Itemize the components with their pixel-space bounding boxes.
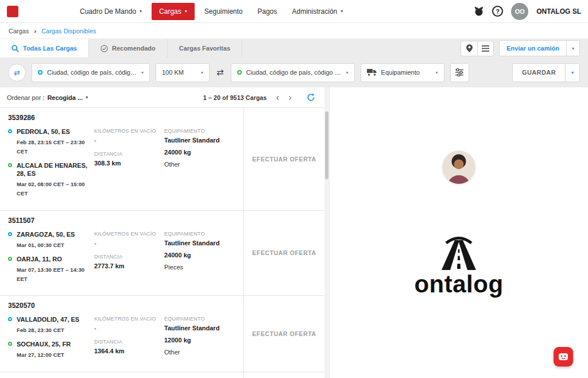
origin-time: Feb 28, 23:15 CET – 23:30 CET xyxy=(17,138,90,156)
list-view-button[interactable] xyxy=(477,41,494,56)
route-column: VALLADOLID, 47, ES Feb 28, 23:30 CET SOC… xyxy=(8,315,94,365)
distance-label: DISTANCIA xyxy=(94,254,164,260)
distance-value: 2773.7 km xyxy=(94,263,164,269)
nav-item-pagos[interactable]: Pagos xyxy=(250,0,285,23)
road-logo-icon xyxy=(429,236,489,270)
origin-time: Mar 01, 00:30 CET xyxy=(17,241,75,250)
equipment-column: EQUIPAMIENTO Tautliner Standard 24000 kg… xyxy=(164,230,243,289)
chat-face-icon xyxy=(558,351,569,362)
radius-filter-select[interactable]: 100 KM ▾ xyxy=(156,63,210,82)
tab-favorites[interactable]: Cargas Favoritas xyxy=(168,39,242,57)
search-icon xyxy=(11,45,19,52)
tab-recommended[interactable]: Recomendado xyxy=(89,39,168,57)
chevron-down-icon: ▾ xyxy=(436,70,438,75)
empty-km-value: - xyxy=(94,325,164,331)
make-offer-button[interactable]: EFECTUAR OFERTA xyxy=(252,156,316,163)
origin-dot-icon xyxy=(38,70,42,75)
chevron-down-icon: ▾ xyxy=(86,95,88,100)
load-id: 3520570 xyxy=(8,302,243,310)
refresh-icon[interactable] xyxy=(307,93,315,102)
distance-value: 308.3 km xyxy=(94,160,164,167)
swap-locations-icon[interactable]: ⇄ xyxy=(215,67,225,78)
send-truck-button[interactable]: Enviar un camión ▾ xyxy=(499,40,580,56)
empty-km-label: KILÓMETROS EN VACÍO xyxy=(94,128,164,134)
chevron-down-icon: ▾ xyxy=(201,70,203,75)
load-card[interactable]: 3520570 VALLADOLID, 47, ES Feb 28, 23:30… xyxy=(0,296,324,372)
nav-item-dashboard[interactable]: Cuadro De Mando ▾ xyxy=(72,0,149,23)
chevron-down-icon: ▾ xyxy=(341,9,343,14)
breadcrumb: Cargas › Cargas Disponibles xyxy=(0,23,588,39)
breadcrumb-root[interactable]: Cargas xyxy=(9,28,29,34)
top-nav: Cuadro De Mando ▾ Cargas ▾ Seguimiento P… xyxy=(72,0,350,22)
account-name[interactable]: ONTALOG SL xyxy=(536,7,581,16)
sort-label: Ordenar por : xyxy=(7,94,44,101)
breadcrumb-separator-icon: › xyxy=(34,28,36,34)
nav-item-seguimiento[interactable]: Seguimiento xyxy=(197,0,250,23)
scrollbar-thumb[interactable] xyxy=(325,111,328,179)
destination-dot-icon xyxy=(8,163,12,167)
make-offer-button[interactable]: EFECTUAR OFERTA xyxy=(252,249,316,256)
chevron-down-icon[interactable]: ▾ xyxy=(566,41,579,56)
load-card[interactable]: 3539286 PEDROLA, 50, ES Feb 28, 23:15 CE… xyxy=(0,108,324,211)
load-id: 3539286 xyxy=(8,114,243,122)
origin-dot-icon xyxy=(8,232,12,236)
next-page-icon[interactable]: › xyxy=(288,92,292,102)
origin-location: ZARAGOZA, 50, ES xyxy=(17,230,75,238)
mascot-icon[interactable] xyxy=(474,6,484,16)
app-logo[interactable] xyxy=(7,6,18,17)
tune-sliders-icon xyxy=(455,68,464,77)
chat-widget-button[interactable] xyxy=(554,347,573,367)
prev-page-icon[interactable]: ‹ xyxy=(276,92,280,102)
destination-location: SOCHAUX, 25, FR xyxy=(17,340,71,348)
origin-filter-select[interactable]: Ciudad, código de país, código postal ▾ xyxy=(32,63,150,82)
equipment-column: EQUIPAMIENTO Tautliner Standard 24000 kg… xyxy=(164,128,243,203)
load-card[interactable]: TO4157968 ALGECIRAS, 11, ES Feb 28, 23:4… xyxy=(0,372,324,378)
empty-km-label: KILÓMETROS EN VACÍO xyxy=(94,231,164,237)
breadcrumb-current[interactable]: Cargas Disponibles xyxy=(41,28,96,34)
origin-location: PEDROLA, 50, ES xyxy=(17,128,90,136)
route-column: ZARAGOZA, 50, ES Mar 01, 00:30 CET OARJA… xyxy=(8,230,94,289)
nav-item-administracion[interactable]: Administración ▾ xyxy=(285,0,351,23)
weight-value: 12000 kg xyxy=(164,337,243,344)
load-card[interactable]: 3511507 ZARAGOZA, 50, ES Mar 01, 00:30 C… xyxy=(0,211,324,296)
more-filters-button[interactable] xyxy=(450,63,469,82)
filter-bar: ⇄ Ciudad, código de país, código postal … xyxy=(0,57,588,87)
brand-logo: ontalog xyxy=(414,236,503,296)
load-type-value: Other xyxy=(164,349,243,356)
save-search-button[interactable]: GUARDAR ▾ xyxy=(512,63,580,82)
destination-filter-select[interactable]: Ciudad, código de país, código postal ▾ xyxy=(231,63,355,82)
sort-select[interactable]: Recogida ... ▾ xyxy=(47,94,88,101)
user-avatar[interactable]: OO xyxy=(511,3,528,20)
distance-value: 1364.4 km xyxy=(94,348,164,354)
destination-location: ALCALA DE HENARES, 28, ES xyxy=(17,161,90,178)
equipment-label: EQUIPAMIENTO xyxy=(164,316,243,322)
nav-item-cargas[interactable]: Cargas ▾ xyxy=(152,3,195,20)
tab-all-loads[interactable]: Todas Las Cargas xyxy=(0,39,89,57)
chevron-down-icon: ▾ xyxy=(185,9,187,14)
chevron-down-icon[interactable]: ▾ xyxy=(565,64,579,82)
load-id: 3511507 xyxy=(8,217,243,225)
equipment-filter-select[interactable]: Equipamiento ▾ xyxy=(361,63,444,82)
make-offer-button[interactable]: EFECTUAR OFERTA xyxy=(252,330,316,337)
destination-time: Mar 07, 13:30 EET – 14:30 EET xyxy=(17,265,90,283)
empty-km-value: - xyxy=(94,240,164,246)
brand-name: ontalog xyxy=(414,272,503,296)
equipment-value: Tautliner Standard xyxy=(164,137,243,144)
destination-dot-icon xyxy=(8,342,12,346)
distance-label: DISTANCIA xyxy=(94,339,164,345)
support-agent-avatar xyxy=(442,151,475,184)
weight-value: 24000 kg xyxy=(164,252,243,259)
map-view-button[interactable] xyxy=(461,41,477,56)
list-scrollbar[interactable] xyxy=(324,87,329,378)
equipment-column: EQUIPAMIENTO Tautliner Standard 12000 kg… xyxy=(164,315,243,365)
chevron-down-icon: ▾ xyxy=(140,9,142,14)
origin-dot-icon xyxy=(8,317,12,321)
destination-dot-icon xyxy=(8,257,12,261)
help-icon[interactable]: ? xyxy=(492,6,503,17)
metrics-column: KILÓMETROS EN VACÍO - DISTANCIA 1364.4 k… xyxy=(94,315,164,365)
location-pin-icon xyxy=(466,44,473,52)
route-mode-button[interactable]: ⇄ xyxy=(8,64,26,82)
origin-dot-icon xyxy=(8,129,12,133)
equipment-value: Tautliner Standard xyxy=(164,325,243,331)
load-type-value: Other xyxy=(164,161,243,168)
